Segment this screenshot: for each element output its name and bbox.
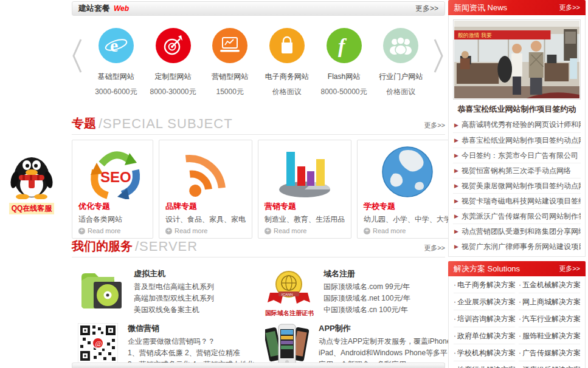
services-more-link[interactable]: 更多>> (424, 244, 445, 254)
main-column: 建站套餐 Web 更多>> e 基础型网站 3000-6000元 (72, 0, 445, 368)
package-item-marketing[interactable]: 营销型网站 15000元 (201, 21, 258, 97)
news-item-text: 恭喜宝松纸业网站制作项目签约动点网络 (462, 135, 581, 146)
card-school-subject[interactable]: 学校专题 幼儿园、小学、中学、大学 +Read more (357, 140, 458, 239)
service-title: 域名注册 (323, 268, 410, 279)
triangle-bullet-icon: ▶ (454, 228, 458, 234)
solution-item[interactable]: 汽车行业解决方案 (519, 310, 580, 327)
package-bar: 建站套餐 Web 更多>> (72, 1, 445, 16)
qq-penguin-icon (9, 149, 55, 199)
qq-online-service-widget[interactable]: QQ在线客服 (4, 149, 60, 214)
news-photo-caption[interactable]: 恭喜宝松纸业网站制作项目签约动 (453, 100, 581, 117)
news-title: 新闻资讯 News (454, 2, 507, 13)
seo-recycle-icon: SEO (78, 144, 147, 200)
special-more-link[interactable]: 更多>> (424, 121, 445, 132)
news-item[interactable]: ▶恭喜宝松纸业网站制作项目签约动点网络 (453, 132, 581, 148)
service-line: 普及型电信高端主机系列 (134, 281, 214, 293)
solution-item[interactable]: 企业展示解决方案 (454, 293, 515, 310)
service-wechat-marketing[interactable]: @ 微信营销 企业需要做微信营销吗？？ 1、营销成本低廉 2、营销定位精准 3、… (78, 323, 255, 368)
svg-text:SEO: SEO (100, 169, 131, 185)
solution-item[interactable]: 培训咨询解决方案 (454, 310, 515, 327)
card-marketing-subject[interactable]: 营销专题 制造业、教育、生活用品 +Read more (258, 140, 351, 239)
carousel-prev-arrow-icon[interactable] (72, 21, 88, 77)
package-item-basic[interactable]: e 基础型网站 3000-6000元 (88, 21, 145, 97)
our-services-header: 我们的服务 /SERVER 更多>> (72, 238, 445, 257)
read-more-label: Read more (88, 227, 120, 234)
service-title: 虚拟主机 (134, 268, 214, 279)
solution-item[interactable]: 政府单位解决方案 (454, 327, 515, 344)
package-carousel: e 基础型网站 3000-6000元 (72, 21, 445, 113)
package-item-custom[interactable]: 定制型网站 8000-30000元 (145, 21, 202, 97)
solution-item[interactable]: 电子商务解决方案 (454, 276, 515, 293)
service-virtual-host[interactable]: 虚拟主机 普及型电信高端主机系列 高端加强型双线主机系列 美国双线免备案主机 (78, 268, 214, 316)
globe-icon (364, 144, 451, 200)
section-title-cn: 我们的服务 (72, 238, 133, 254)
news-item-text: 动点营销团队受邀到和路集团分享网络营 (462, 227, 581, 237)
card-title: 优化专题 (78, 201, 147, 212)
package-item-flash[interactable]: f Flash网站 8000-50000元 (316, 21, 373, 97)
package-item-portal[interactable]: 行业门户网站 价格面议 (372, 21, 429, 97)
rss-icon (165, 144, 246, 200)
solutions-header: 解决方案 Solutions 更多>> (448, 261, 586, 276)
card-title: 品牌专题 (165, 201, 246, 212)
news-item[interactable]: ▶动点营销团队受邀到和路集团分享网络营 (453, 223, 581, 239)
news-item[interactable]: ▶视贺广东润广律师事务所网站建设项目签 (453, 239, 581, 254)
service-text: 虚拟主机 普及型电信高端主机系列 高端加强型双线主机系列 美国双线免备案主机 (134, 268, 214, 316)
news-item[interactable]: ▶视贺恒富钢构第三次牵手动点网络 (453, 163, 581, 178)
solution-item[interactable]: 五金机械解决方案 (519, 276, 580, 293)
news-item[interactable]: ▶视贺美康居微网站制作项目签约动点网络 (453, 178, 581, 193)
package-price: 价格面议 (372, 87, 429, 97)
package-price: 8000-30000元 (145, 87, 202, 97)
package-name: 营销型网站 (201, 72, 258, 82)
solution-item[interactable]: 服饰鞋业解决方案 (519, 327, 580, 344)
card-seo-subject[interactable]: SEO 优化专题 适合各类网站 +Read more (72, 140, 153, 239)
section-title-cn: 专题 (72, 115, 96, 132)
card-desc: 适合各类网站 (78, 214, 147, 225)
solutions-title: 解决方案 Solutions (454, 264, 520, 274)
news-item-text: 今日签约：东莞市今日广告有限公司 (462, 151, 578, 161)
read-more-link[interactable]: +Read more (78, 227, 147, 234)
plus-circle-icon: + (364, 228, 370, 234)
solution-item[interactable]: 地产行业解决方案 (454, 361, 515, 368)
package-item-ecommerce[interactable]: 电子商务网站 价格面议 (258, 21, 316, 97)
news-body: 般的激情 我要 (448, 15, 586, 257)
special-subject-header: 专题 /SPECIAL SUBJECT 更多>> (72, 115, 445, 135)
solution-item[interactable]: 学校机构解决方案 (454, 344, 515, 361)
solution-item[interactable]: 广告传媒解决方案 (519, 344, 580, 361)
subject-cards: SEO 优化专题 适合各类网站 +Read more (72, 140, 445, 231)
news-item[interactable]: ▶今日签约：东莞市今日广告有限公司 (453, 148, 581, 163)
news-photo[interactable]: 般的激情 我要 (453, 19, 581, 100)
news-item[interactable]: ▶东莞派沃广告传媒有限公司网站制作签约 (453, 208, 581, 223)
service-domain-register[interactable]: ICANN 国际域名注册证书 域名注册 国际顶级域名.com 99元/年 国际顶… (265, 268, 410, 318)
card-brand-subject[interactable]: 品牌专题 设计、食品、家具、家电 +Read more (159, 140, 252, 239)
news-header: 新闻资讯 News 更多>> (448, 0, 586, 15)
read-more-link[interactable]: +Read more (265, 227, 345, 234)
read-more-link[interactable]: +Read more (364, 227, 451, 234)
qq-service-label: QQ在线客服 (9, 203, 55, 214)
card-title: 学校专题 (364, 201, 451, 212)
triangle-bullet-icon: ▶ (454, 137, 458, 143)
service-line: 1、营销成本低廉 2、营销定位精准 (128, 347, 255, 359)
solutions-more-link[interactable]: 更多>> (559, 264, 580, 273)
read-more-label: Read more (373, 227, 406, 234)
solution-item[interactable]: 网上商城解决方案 (519, 293, 580, 310)
package-name: 行业门户网站 (372, 72, 429, 82)
solutions-list: 电子商务解决方案 五金机械解决方案 企业展示解决方案 网上商城解决方案 培训咨询… (448, 276, 586, 368)
news-more-link[interactable]: 更多>> (559, 3, 580, 12)
section-title-en: /SPECIAL SUBJECT (99, 116, 233, 132)
service-text: 微信营销 企业需要做微信营销吗？？ 1、营销成本低廉 2、营销定位精准 3、营销… (128, 323, 255, 368)
package-bar-title: 建站套餐 (78, 3, 110, 14)
carousel-next-arrow-icon[interactable] (429, 21, 445, 77)
news-item-text: 视贺美康居微网站制作项目签约动点网络 (462, 181, 581, 191)
news-item[interactable]: ▶高薪诚聘优秀有经验的网页设计师和网络 (453, 117, 581, 132)
solution-item[interactable]: 酒店娱乐解决方案 (519, 361, 580, 368)
plus-circle-icon: + (265, 228, 271, 234)
svg-text:e: e (110, 35, 118, 55)
news-item[interactable]: ▶视贺卡瑞奇磁电科技网站建设项目签约动 (453, 193, 581, 208)
read-more-link[interactable]: +Read more (165, 227, 246, 234)
service-app-development[interactable]: APP制作 动点专注APP定制开发服务，覆盖iPhone、 iPad、Andro… (265, 323, 458, 368)
target-icon (156, 28, 191, 63)
service-text: 域名注册 国际顶级域名.com 99元/年 国际顶级域名.net 100元/年 … (323, 268, 410, 318)
package-more-link[interactable]: 更多>> (415, 4, 438, 14)
services-grid: 虚拟主机 普及型电信高端主机系列 高端加强型双线主机系列 美国双线免备案主机 (72, 265, 445, 362)
plus-circle-icon: + (78, 228, 85, 234)
